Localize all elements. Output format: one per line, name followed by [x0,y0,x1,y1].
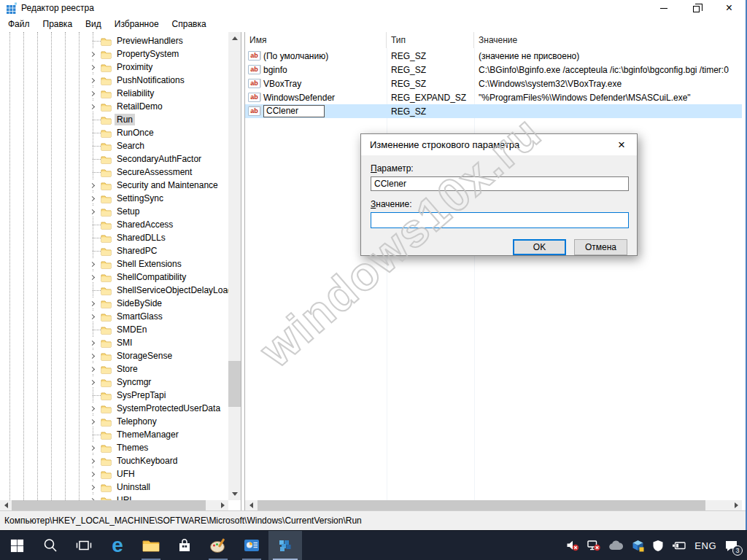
scroll-right-button[interactable] [730,500,742,510]
close-button[interactable]: × [713,0,746,16]
menu-edit[interactable]: Правка [36,17,80,31]
expand-chevron-icon[interactable] [88,272,98,282]
expand-chevron-icon[interactable] [88,456,98,466]
tree-horizontal-scrollbar[interactable] [0,500,228,510]
tree-item[interactable]: SharedDLLs [0,231,228,244]
tree-item[interactable]: Shell Extensions [0,257,228,271]
expand-chevron-icon[interactable] [88,338,98,348]
scrollbar-thumb[interactable] [12,500,206,510]
expand-chevron-icon[interactable] [88,469,98,479]
scrollbar-thumb[interactable] [258,500,705,510]
paint-button[interactable] [201,531,235,560]
expand-chevron-icon[interactable] [88,416,98,427]
tree-item[interactable]: Syncmgr [0,376,228,389]
tree-item[interactable]: Setup [0,205,228,218]
expand-chevron-icon[interactable] [88,75,98,85]
tree-item[interactable]: PushNotifications [0,74,228,87]
onedrive-icon[interactable] [608,540,624,551]
expand-chevron-icon[interactable] [88,193,98,203]
tree-item[interactable]: Themes [0,441,228,454]
scroll-left-button[interactable] [0,500,12,510]
tree-item[interactable]: SystemProtectedUserData [0,402,228,415]
tree-item[interactable]: SmartGlass [0,310,228,323]
language-indicator[interactable]: ENG [694,540,716,551]
start-button[interactable] [0,531,34,560]
expand-chevron-icon[interactable] [88,62,98,72]
expand-chevron-icon[interactable] [88,403,98,413]
menu-file[interactable]: Файл [1,17,36,31]
task-view-button[interactable] [67,531,101,560]
column-header-name[interactable]: Имя [245,32,387,48]
tree-item[interactable]: Reliability [0,87,228,100]
expand-chevron-icon[interactable] [88,101,98,112]
dialog-close-button[interactable]: × [606,134,637,155]
tree-item[interactable]: SMDEn [0,323,228,336]
file-explorer-button[interactable] [134,531,168,560]
menu-favorites[interactable]: Избранное [108,17,166,31]
column-header-value[interactable]: Значение [474,32,742,48]
volume-muted-icon[interactable] [566,540,579,551]
table-row[interactable]: ab(По умолчанию) REG_SZ (значение не при… [245,49,742,63]
tree-item[interactable]: SharedPC [0,244,228,257]
expand-chevron-icon[interactable] [88,49,98,59]
tree-item[interactable]: Telephony [0,415,228,428]
tree-item[interactable]: Uninstall [0,481,228,494]
minimize-button[interactable] [647,0,680,16]
virtualbox-icon[interactable] [632,540,644,552]
expand-chevron-icon[interactable] [88,180,98,190]
tree-item[interactable]: SMI [0,336,228,349]
scroll-left-button[interactable] [245,500,257,510]
tree-item[interactable]: UFH [0,467,228,481]
param-name-field[interactable] [371,176,629,191]
cancel-button[interactable]: Отмена [574,239,627,255]
expand-chevron-icon[interactable] [88,298,98,308]
tree-item[interactable]: TouchKeyboard [0,454,228,467]
tree-item[interactable]: SysPrepTapi [0,389,228,402]
restore-button[interactable] [680,0,713,16]
param-value-field[interactable] [371,212,629,228]
expand-chevron-icon[interactable] [88,377,98,387]
tree-item[interactable]: Run [0,113,228,126]
expand-chevron-icon[interactable] [88,351,98,361]
system-properties-button[interactable] [235,531,268,560]
table-row[interactable]: abbginfo REG_SZ C:\BGinfo\Bginfo.exe /ac… [245,63,742,77]
tree-item[interactable]: SecureAssessment [0,166,228,179]
tree-item[interactable]: ShellServiceObjectDelayLoad [0,284,228,297]
expand-chevron-icon[interactable] [88,443,98,453]
regedit-taskbar-button[interactable] [268,531,302,560]
tree-item[interactable]: ShellCompatibility [0,271,228,284]
tree-item[interactable]: ThemeManager [0,428,228,441]
tree-item[interactable]: SharedAccess [0,218,228,231]
tree-item[interactable]: Search [0,139,228,152]
scrollbar-thumb[interactable] [228,361,241,407]
tree-item[interactable]: Proximity [0,61,228,74]
expand-chevron-icon[interactable] [88,206,98,217]
tree-item[interactable]: Store [0,362,228,376]
ok-button[interactable]: OK [513,239,566,255]
action-center-icon[interactable]: 3 [724,540,738,552]
defender-icon[interactable] [652,540,664,552]
table-row[interactable]: abWindowsDefender REG_EXPAND_SZ "%Progra… [245,90,742,104]
expand-chevron-icon[interactable] [88,364,98,374]
expand-chevron-icon[interactable] [88,88,98,98]
search-button[interactable] [34,531,67,560]
tree-vertical-scrollbar[interactable] [228,32,241,500]
scroll-up-button[interactable] [228,32,241,44]
menu-help[interactable]: Справка [166,17,213,31]
table-row[interactable]: abVBoxTray REG_SZ C:\Windows\system32\VB… [245,77,742,90]
tree-item[interactable]: PreviewHandlers [0,34,228,47]
network-disconnected-icon[interactable] [587,540,600,551]
tree-item[interactable]: StorageSense [0,349,228,362]
table-row[interactable]: abCClener REG_SZ [245,104,742,118]
scroll-down-button[interactable] [228,488,241,500]
tree-item[interactable]: RunOnce [0,126,228,139]
tree-item[interactable]: SideBySide [0,297,228,310]
value-name[interactable]: CClener [263,105,325,117]
battery-icon[interactable] [672,541,686,551]
tree-item[interactable]: PropertySystem [0,47,228,61]
tree-item[interactable]: RetailDemo [0,100,228,113]
tree-item[interactable]: SettingSync [0,192,228,205]
tree-item[interactable]: Security and Maintenance [0,179,228,192]
scroll-right-button[interactable] [217,500,228,510]
expand-chevron-icon[interactable] [88,311,98,322]
